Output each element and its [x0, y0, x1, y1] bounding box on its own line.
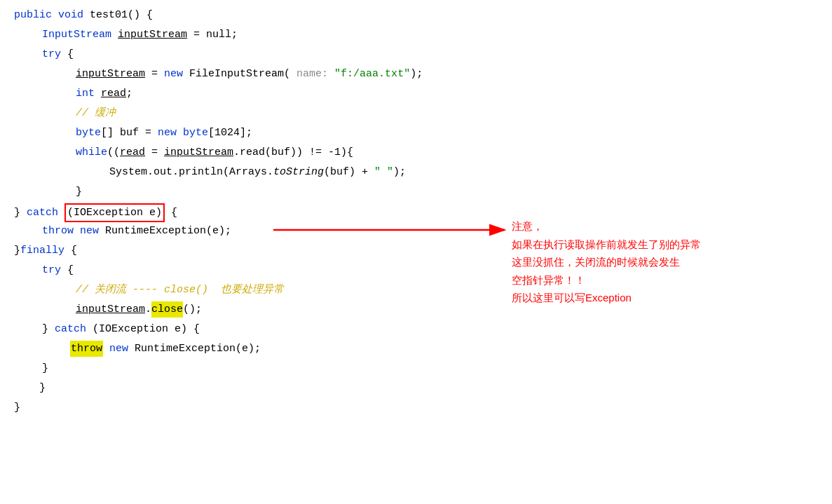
var-read2: read: [120, 144, 145, 161]
method-tostring: toString: [273, 164, 324, 180]
annotation-line5: 所以这里可以写Exception: [512, 289, 701, 307]
kw-new3: new: [80, 223, 99, 239]
string-space: " ": [374, 164, 393, 180]
var-inputstream2: inputStream: [76, 66, 145, 82]
comment-close: // 关闭流 ---- close() 也要处理异常: [76, 282, 284, 298]
annotation-line3: 这里没抓住，关闭流的时候就会发生: [512, 253, 701, 271]
kw-new: new: [164, 66, 183, 82]
kw-byte2: byte: [183, 125, 208, 141]
var-inputstream4: inputStream: [76, 301, 145, 318]
kw-void: void: [58, 7, 83, 23]
code-line-9: System.out.println(Arrays. toString (buf…: [14, 164, 818, 184]
annotation-line4: 空指针异常！！: [512, 271, 701, 290]
string-filepath: "f:/aaa.txt": [328, 66, 410, 82]
kw-while: while: [76, 144, 107, 161]
code-line-8: while (( read = inputStream .read(buf)) …: [14, 144, 818, 164]
code-line-19: }: [14, 360, 818, 380]
kw-try: try: [42, 46, 61, 62]
code-line-21: }: [14, 400, 818, 419]
annotation-line1: 注意，: [512, 217, 701, 236]
code-line-10: }: [14, 184, 818, 203]
code-line-17: } catch (IOException e) {: [14, 321, 818, 341]
kw-int: int: [76, 86, 95, 102]
code-line-5: int read ;: [14, 86, 818, 105]
code-line-7: byte [] buf = new byte [1024];: [14, 125, 818, 144]
kw-public: public: [14, 7, 52, 23]
annotation-line2: 如果在执行读取操作前就发生了别的异常: [512, 236, 701, 254]
kw-finally: finally: [20, 243, 64, 259]
kw-catch2: catch: [55, 321, 86, 337]
catch-exception-box: (IOException e): [64, 203, 165, 222]
annotation-text: 注意， 如果在执行读取操作前就发生了别的异常 这里没抓住，关闭流的时候就会发生 …: [512, 217, 701, 307]
kw-new4: new: [109, 341, 128, 357]
type-inputstream: InputStream: [42, 27, 111, 43]
code-line-18: throw new RuntimeException(e);: [14, 341, 818, 360]
kw-throw2: throw: [70, 341, 103, 357]
kw-catch: catch: [27, 205, 58, 221]
kw-throw: throw: [42, 223, 74, 239]
code-line-20: }: [14, 380, 818, 400]
var-inputstream3: inputStream: [164, 144, 233, 161]
kw-new2: new: [158, 125, 177, 141]
code-line-3: try {: [14, 46, 818, 66]
code-area: public void test01() { InputStream input…: [14, 7, 818, 419]
code-line-2: InputStream inputStream = null;: [14, 27, 818, 46]
var-read: read: [101, 86, 126, 102]
kw-byte: byte: [76, 125, 101, 141]
comment-buffer: // 缓冲: [76, 105, 116, 121]
code-line-1: public void test01() {: [14, 7, 818, 27]
var-inputstream: inputStream: [118, 27, 187, 43]
code-line-4: inputStream = new FileInputStream( name:…: [14, 66, 818, 86]
method-close: close: [151, 301, 183, 318]
kw-try2: try: [42, 262, 61, 278]
code-line-6: // 缓冲: [14, 105, 818, 125]
